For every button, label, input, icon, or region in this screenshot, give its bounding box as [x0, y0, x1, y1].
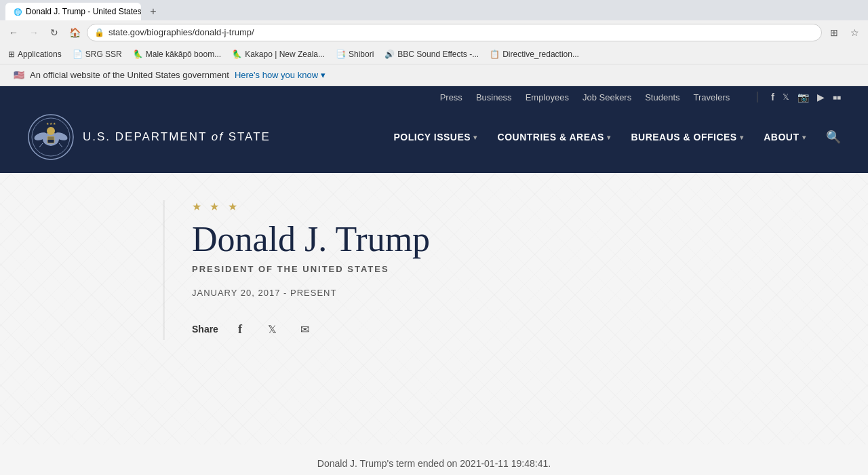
address-bar[interactable]: 🔒 state.gov/biographies/donald-j-trump/	[87, 24, 822, 41]
bookmark-directive[interactable]: 📋 Directive_redaction...	[487, 48, 582, 60]
bookmark-button[interactable]: ☆	[846, 24, 863, 41]
how-you-know-link[interactable]: Here's how you know ▾	[235, 70, 326, 80]
bio-stars: ★ ★ ★	[192, 200, 678, 213]
tab-favicon: 🌐	[14, 8, 22, 16]
shibori-icon: 📑	[336, 50, 346, 59]
forward-button[interactable]: →	[26, 24, 42, 41]
bookmark-apps[interactable]: ⊞ Applications	[5, 48, 64, 60]
share-facebook-button[interactable]: f	[229, 318, 251, 340]
bbc-icon: 🔊	[384, 50, 395, 59]
gov-banner-text: An official website of the United States…	[30, 70, 229, 80]
url-text: state.gov/biographies/donald-j-trump/	[108, 27, 254, 37]
apps-label: Applications	[18, 50, 62, 59]
twitter-icon[interactable]: 𝕏	[783, 92, 789, 102]
shibori-label: Shibori	[349, 50, 374, 59]
kakapo2-icon: 🦜	[232, 50, 242, 59]
how-you-know-text: Here's how you know	[235, 70, 318, 80]
youtube-icon[interactable]: ▶	[817, 92, 825, 102]
content-wrapper: ★ ★ ★ Donald J. Trump PRESIDENT OF THE U…	[163, 200, 678, 340]
state-dept-logo[interactable]: ★ ★ ★ U.S. DEPARTMENT of STATE	[27, 113, 271, 161]
share-row: Share f 𝕏 ✉	[192, 318, 678, 340]
apps-icon: ⊞	[8, 50, 15, 59]
bookmark-shibori[interactable]: 📑 Shibori	[333, 48, 376, 60]
bookmarks-bar: ⊞ Applications 📄 SRG SSR 🦜 Male kākāpō b…	[0, 44, 868, 64]
browser-tabs: 🌐 Donald J. Trump - United States... ✕ +	[0, 0, 868, 20]
extensions-button[interactable]: ⊞	[826, 24, 842, 41]
social-icons: f 𝕏 📷 ▶ ■■	[757, 92, 841, 102]
bureaus-chevron-icon: ▾	[740, 134, 744, 141]
nav-countries-areas[interactable]: COUNTRIES & AREAS ▾	[498, 132, 611, 142]
about-chevron-icon: ▾	[802, 134, 806, 141]
directive-icon: 📋	[490, 50, 500, 59]
srg-icon: 📄	[73, 50, 83, 59]
svg-text:★ ★ ★: ★ ★ ★	[46, 121, 57, 126]
page-body: ★ ★ ★ Donald J. Trump PRESIDENT OF THE U…	[0, 173, 868, 444]
policy-chevron-icon: ▾	[473, 134, 477, 141]
tab-title: Donald J. Trump - United States...	[26, 7, 141, 16]
dept-name-text: U.S. DEPARTMENT of STATE	[83, 130, 271, 144]
bookmark-kakapo2[interactable]: 🦜 Kakapo | New Zeala...	[229, 48, 328, 60]
browser-chrome: 🌐 Donald J. Trump - United States... ✕ +…	[0, 0, 868, 44]
facebook-share-icon: f	[238, 322, 242, 337]
nav-policy-issues[interactable]: POLICY ISSUES ▾	[393, 132, 477, 142]
directive-label: Directive_redaction...	[502, 50, 579, 59]
search-icon[interactable]: 🔍	[826, 130, 841, 145]
kakapo2-label: Kakapo | New Zeala...	[245, 50, 325, 59]
flickr-icon[interactable]: ■■	[833, 94, 841, 101]
bookmark-srg[interactable]: 📄 SRG SSR	[70, 48, 125, 60]
srg-label: SRG SSR	[85, 50, 122, 59]
facebook-icon[interactable]: f	[771, 92, 774, 102]
nav-job-seekers[interactable]: Job Seekers	[583, 92, 631, 102]
header-top-nav: Press Business Employees Job Seekers Stu…	[27, 92, 841, 107]
nav-business[interactable]: Business	[476, 92, 512, 102]
share-label: Share	[192, 324, 218, 335]
site-header: Press Business Employees Job Seekers Stu…	[0, 86, 868, 173]
seal-svg: ★ ★ ★	[27, 113, 75, 161]
nav-bureaus-offices[interactable]: BUREAUS & OFFICES ▾	[631, 132, 743, 142]
twitter-share-icon: 𝕏	[268, 323, 277, 336]
page-content: 🇺🇸 An official website of the United Sta…	[0, 64, 868, 475]
svg-point-5	[47, 127, 55, 135]
kakapo-icon: 🦜	[133, 50, 143, 59]
bio-name: Donald J. Trump	[192, 220, 678, 259]
kakapo-label: Male kākāpō boom...	[146, 50, 221, 59]
header-main: ★ ★ ★ U.S. DEPARTMENT of STATE POLICY IS…	[27, 107, 841, 168]
main-nav: POLICY ISSUES ▾ COUNTRIES & AREAS ▾ BURE…	[393, 130, 841, 145]
nav-employees[interactable]: Employees	[526, 92, 569, 102]
new-tab-button[interactable]: +	[144, 3, 163, 20]
nav-press[interactable]: Press	[440, 92, 462, 102]
reload-button[interactable]: ↻	[46, 24, 62, 41]
bio-dates: JANUARY 20, 2017 - PRESENT	[192, 288, 678, 298]
footer-notice: Donald J. Trump's term ended on 2021-01-…	[0, 444, 868, 475]
bookmark-kakapo[interactable]: 🦜 Male kākāpō boom...	[130, 48, 224, 60]
back-button[interactable]: ←	[5, 24, 22, 41]
bookmark-bbc[interactable]: 🔊 BBC Sound Effects -...	[382, 48, 481, 60]
instagram-icon[interactable]: 📷	[797, 92, 809, 102]
countries-chevron-icon: ▾	[607, 134, 611, 141]
svg-rect-7	[47, 136, 54, 140]
home-button[interactable]: 🏠	[66, 24, 83, 41]
share-twitter-button[interactable]: 𝕏	[262, 318, 283, 340]
share-email-button[interactable]: ✉	[294, 318, 316, 340]
gov-banner: 🇺🇸 An official website of the United Sta…	[0, 64, 868, 86]
us-flag: 🇺🇸	[14, 70, 24, 80]
active-tab[interactable]: 🌐 Donald J. Trump - United States... ✕	[5, 3, 141, 20]
nav-travelers[interactable]: Travelers	[694, 92, 730, 102]
email-share-icon: ✉	[300, 323, 309, 336]
banner-arrow-icon: ▾	[321, 70, 326, 80]
nav-about[interactable]: ABOUT ▾	[764, 132, 806, 142]
footer-notice-text: Donald J. Trump's term ended on 2021-01-…	[317, 458, 551, 469]
bio-title: PRESIDENT OF THE UNITED STATES	[192, 264, 678, 274]
lock-icon: 🔒	[94, 28, 104, 37]
nav-students[interactable]: Students	[645, 92, 679, 102]
bbc-label: BBC Sound Effects -...	[397, 50, 479, 59]
